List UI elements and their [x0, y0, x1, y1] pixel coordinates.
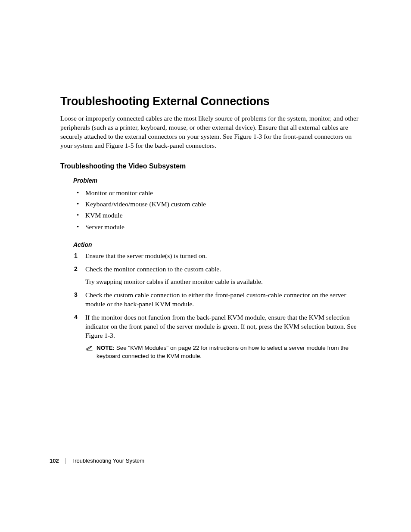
- page-heading: Troubleshooting External Connections: [60, 95, 361, 108]
- step-text: Ensure that the server module(s) is turn…: [85, 252, 207, 259]
- list-item: KVM module: [73, 210, 361, 221]
- intro-paragraph: Loose or improperly connected cables are…: [60, 114, 361, 150]
- footer-section-title: Troubleshooting Your System: [72, 457, 144, 464]
- section-heading: Troubleshooting the Video Subsystem: [60, 162, 361, 170]
- list-item: Ensure that the server module(s) is turn…: [73, 252, 361, 261]
- step-text: Check the custom cable connection to eit…: [85, 291, 346, 308]
- problem-heading: Problem: [73, 177, 361, 184]
- list-item: If the monitor does not function from th…: [73, 313, 361, 360]
- action-list: Ensure that the server module(s) is turn…: [73, 252, 361, 360]
- step-extra: Try swapping monitor cables if another m…: [85, 277, 361, 286]
- page-number: 102: [50, 457, 59, 464]
- note-body: See "KVM Modules" on page 22 for instruc…: [97, 345, 349, 359]
- step-text: If the monitor does not function from th…: [85, 314, 357, 339]
- step-text: Check the monitor connection to the cust…: [85, 265, 221, 273]
- list-item: Check the monitor connection to the cust…: [73, 265, 361, 286]
- note-block: NOTE: See "KVM Modules" on page 22 for i…: [85, 344, 361, 360]
- list-item: Check the custom cable connection to eit…: [73, 291, 361, 309]
- note-text: NOTE: See "KVM Modules" on page 22 for i…: [97, 344, 361, 360]
- list-item: Server module: [73, 221, 361, 233]
- footer-divider: [65, 458, 65, 464]
- list-item: Keyboard/video/mouse (KVM) custom cable: [73, 199, 361, 210]
- problem-list: Monitor or monitor cable Keyboard/video/…: [73, 187, 361, 233]
- note-icon: [85, 345, 93, 353]
- list-item: Monitor or monitor cable: [73, 187, 361, 199]
- action-heading: Action: [73, 241, 361, 248]
- page-footer: 102 Troubleshooting Your System: [50, 457, 144, 464]
- note-label: NOTE:: [97, 345, 115, 351]
